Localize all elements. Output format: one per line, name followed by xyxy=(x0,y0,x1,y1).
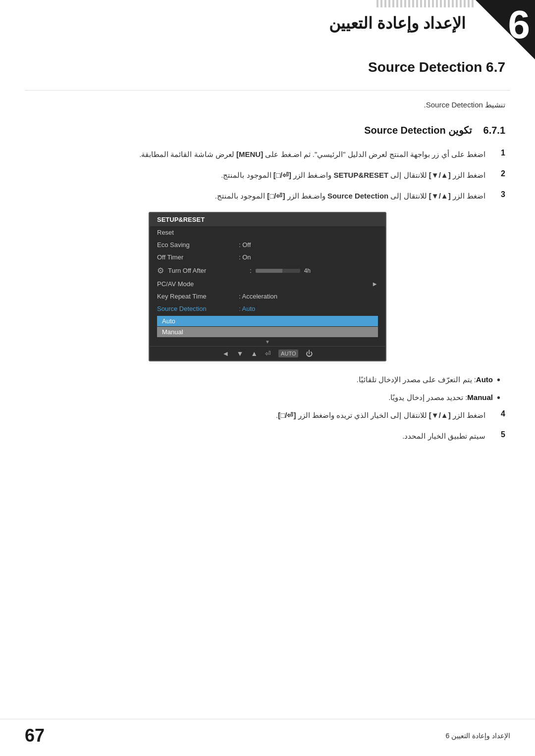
step-3-number: 3 xyxy=(490,190,505,202)
sub-heading-label: تكوين Source Detection xyxy=(364,125,472,136)
step-5-text: سيتم تطبيق الخيار المحدد. xyxy=(25,430,485,442)
menu-item-sourcedetection-label: Source Detection xyxy=(157,305,236,312)
main-content: Source Detection 6.7 تنشيط Source Detect… xyxy=(25,59,510,451)
menu-item-reset: Reset xyxy=(150,226,385,239)
step-4-text: اضغط الزر [▲/▼] للانتقال إلى الخيار الذي… xyxy=(25,409,485,421)
menu-item-turnoffafter-value: : xyxy=(250,267,252,274)
divider-1 xyxy=(25,90,510,91)
menu-item-sourcedetection: Source Detection : Auto xyxy=(150,302,385,315)
nav-up-icon: ▲ xyxy=(251,350,258,357)
sub-section-heading: 6.7.1 تكوين Source Detection xyxy=(25,124,510,136)
menu-item-offtimer-value: : On xyxy=(239,253,251,261)
activation-line: تنشيط Source Detection. xyxy=(25,101,510,109)
menu-item-offtimer-label: Off Timer xyxy=(157,253,236,261)
menu-item-ecosaving-value: : Off xyxy=(239,241,251,249)
sub-heading-number: 6.7.1 xyxy=(483,125,505,136)
step-2: 2 اضغط الزر [▲/▼] للانتقال إلى SETUP&RES… xyxy=(25,169,510,181)
step-2-number: 2 xyxy=(490,169,505,181)
menu-nav-bar: ◄ ▼ ▲ ⏎ AUTO ⏻ xyxy=(150,346,385,360)
footer-page-number: 67 xyxy=(25,725,45,746)
menu-item-pcavmode: PC/AV Mode ► xyxy=(150,278,385,290)
footer: 67 الإعداد وإعادة التعيين 6 xyxy=(0,719,535,746)
footer-text: الإعداد وإعادة التعيين 6 xyxy=(446,732,510,740)
nav-left-icon: ◄ xyxy=(222,350,229,357)
step-2-text: اضغط الزر [▲/▼] للانتقال إلى SETUP&RESET… xyxy=(25,169,485,181)
top-stripes-decoration xyxy=(376,0,476,7)
nav-enter-icon: ⏎ xyxy=(265,350,271,357)
section-title: Source Detection 6.7 xyxy=(25,59,510,75)
nav-down-icon: ▼ xyxy=(236,350,243,357)
menu-item-pcavmode-label: PC/AV Mode xyxy=(157,280,236,288)
bullet-manual-text: Manual: تحديد مصدر إدخال يدويًا. xyxy=(388,392,493,403)
chapter-number: 6 xyxy=(508,5,531,45)
dropdown-option-manual: Manual xyxy=(157,327,378,337)
menu-scroll-down-icon: ▼ xyxy=(150,338,385,346)
menu-item-ecosaving: Eco Saving : Off xyxy=(150,239,385,251)
menu-mockup: SETUP&RESET Reset Eco Saving : Off Off T… xyxy=(149,212,386,361)
menu-title: SETUP&RESET xyxy=(150,213,385,226)
arabic-header-title: الإعداد وإعادة التعيين xyxy=(329,14,466,33)
bullet-dot-2: • xyxy=(493,392,500,403)
menu-item-keyrepeat-value: : Acceleration xyxy=(239,293,277,300)
timer-bar xyxy=(256,269,300,273)
gear-icon: ⚙ xyxy=(157,266,164,275)
step-4-number: 4 xyxy=(490,409,505,421)
bullet-auto: • Auto: يتم التعرّف على مصدر الإدخال تلق… xyxy=(25,374,505,386)
step-5: 5 سيتم تطبيق الخيار المحدد. xyxy=(25,430,510,442)
menu-item-turnoffafter-4h: 4h xyxy=(304,267,311,274)
dropdown-option-auto: Auto xyxy=(157,316,378,326)
menu-item-sourcedetection-value: : Auto xyxy=(239,305,255,312)
step-5-number: 5 xyxy=(490,430,505,442)
step-1-number: 1 xyxy=(490,149,505,160)
bullet-section: • Auto: يتم التعرّف على مصدر الإدخال تلق… xyxy=(25,374,510,403)
menu-item-keyrepeat: Key Repeat Time : Acceleration xyxy=(150,290,385,302)
bullet-manual: • Manual: تحديد مصدر إدخال يدويًا. xyxy=(25,392,505,403)
menu-item-offtimer: Off Timer : On xyxy=(150,251,385,263)
menu-item-keyrepeat-label: Key Repeat Time xyxy=(157,293,236,300)
nav-power-icon: ⏻ xyxy=(306,350,313,357)
step-3: 3 اضغط الزر [▲/▼] للانتقال إلى Source De… xyxy=(25,190,510,202)
step-1-text: اضغط على أي زر بواجهة المنتج لعرض الدليل… xyxy=(25,149,485,160)
bullet-dot-1: • xyxy=(493,374,500,386)
menu-item-turnoffafter: ⚙ Turn Off After : 4h xyxy=(150,263,385,278)
nav-auto-btn: AUTO xyxy=(278,350,298,357)
menu-item-reset-label: Reset xyxy=(157,229,236,236)
step-4: 4 اضغط الزر [▲/▼] للانتقال إلى الخيار ال… xyxy=(25,409,510,421)
dropdown-container: Auto Manual xyxy=(150,315,385,337)
bullet-auto-text: Auto: يتم التعرّف على مصدر الإدخال تلقائ… xyxy=(357,374,493,386)
pcavmode-arrow-icon: ► xyxy=(372,280,378,288)
step-1: 1 اضغط على أي زر بواجهة المنتج لعرض الدل… xyxy=(25,149,510,160)
menu-item-turnoffafter-label: Turn Off After xyxy=(168,267,247,274)
menu-item-ecosaving-label: Eco Saving xyxy=(157,241,236,249)
step-3-text: اضغط الزر [▲/▼] للانتقال إلى Source Dete… xyxy=(25,190,485,202)
